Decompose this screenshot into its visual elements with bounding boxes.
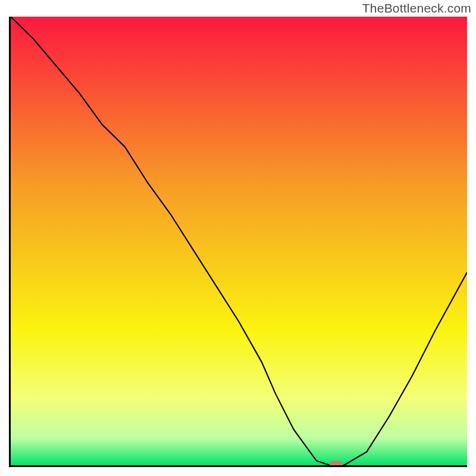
chart-container: TheBottleneck.com bbox=[0, 0, 476, 476]
optimal-point-marker bbox=[330, 461, 343, 468]
bottleneck-curve bbox=[11, 17, 467, 465]
plot-area bbox=[9, 17, 467, 467]
watermark-text: TheBottleneck.com bbox=[362, 1, 471, 15]
